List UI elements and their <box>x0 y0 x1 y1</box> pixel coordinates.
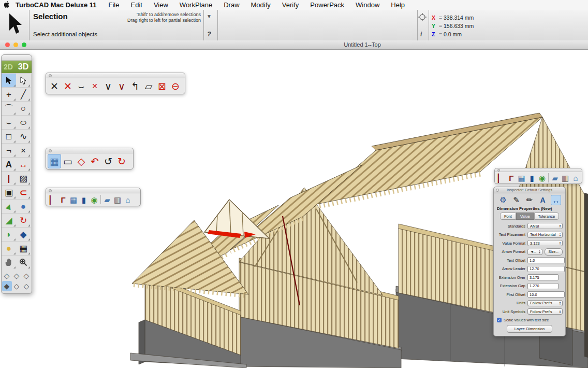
box-tools-tool[interactable]: ⊠ <box>155 79 169 93</box>
join-tool[interactable]: ∨ <box>101 79 115 93</box>
tool-3d-face[interactable]: ▲ <box>2 199 16 213</box>
arrow-leader-input[interactable] <box>527 266 565 272</box>
corner-wall-tool[interactable]: Γ <box>58 194 68 205</box>
tool-dimension[interactable]: ↔ <box>16 157 31 171</box>
tool-select[interactable] <box>2 73 16 87</box>
select-grid-tool[interactable]: ▦ <box>48 154 61 168</box>
toolbar-title-strip[interactable] <box>46 148 133 153</box>
menu-window[interactable]: Window <box>350 1 385 9</box>
tool-options-dropdown[interactable]: ▼ <box>207 13 212 19</box>
tool-select-alt[interactable] <box>16 73 31 87</box>
corner-wall-tool[interactable]: Γ <box>506 172 517 183</box>
rotate-arrows-tool[interactable]: ↶ <box>88 154 101 168</box>
wall-openings-tool[interactable]: ▥ <box>112 194 123 205</box>
tool-arc[interactable]: ⌒ <box>2 101 16 115</box>
text-style-icon[interactable]: A <box>538 195 548 205</box>
arrow-size-button[interactable]: Size... <box>545 248 563 256</box>
tool-rectangle[interactable]: □ <box>2 129 16 143</box>
value-format-select[interactable]: 3.123 ▲▼ <box>527 240 563 246</box>
close-icon[interactable] <box>49 189 52 192</box>
mode-3d-button[interactable]: 3D <box>15 62 32 72</box>
wall-openings-tool[interactable]: ▥ <box>560 172 570 183</box>
info-icon[interactable]: i <box>420 31 422 38</box>
select-rect-tool[interactable]: ▭ <box>61 154 75 168</box>
insert-symbol-tool[interactable]: ◉ <box>537 172 548 183</box>
tool-ellipse[interactable]: ○ <box>16 115 31 129</box>
tool-line[interactable]: ╱ <box>16 87 31 101</box>
tool-copy[interactable]: ▣ <box>2 185 16 199</box>
wall-tool[interactable]: ▏ <box>48 194 58 205</box>
trim-tool[interactable]: ✕ <box>48 79 61 93</box>
menu-modify[interactable]: Modify <box>245 1 276 9</box>
close-icon[interactable] <box>49 149 52 152</box>
circle-break-tool[interactable]: ⊖ <box>169 79 182 93</box>
tool-magnet[interactable]: ⊂ <box>16 185 31 199</box>
inspector-close-icon[interactable] <box>496 189 499 192</box>
tool-material[interactable]: ● <box>2 241 16 255</box>
tool-curve[interactable]: ⌣ <box>2 115 16 129</box>
break-tool[interactable]: ✕ <box>88 79 101 93</box>
tool-vertical-dimension[interactable]: | <box>2 171 16 185</box>
close-window-button[interactable] <box>5 43 10 47</box>
arrow-format-select[interactable]: ◄– ▲▼ <box>527 249 542 255</box>
view-cube-5[interactable]: ◇ <box>22 281 32 291</box>
move-path-tool[interactable]: ◇ <box>75 154 88 168</box>
rotate-circle-tool[interactable]: ↺ <box>101 154 115 168</box>
tool-zoom[interactable] <box>16 255 31 269</box>
toolbar-title-strip[interactable] <box>46 188 140 193</box>
close-icon[interactable] <box>49 74 52 77</box>
roof-tool[interactable]: ⌂ <box>123 194 133 205</box>
pen-style-icon[interactable]: ✎ <box>511 195 522 205</box>
brush-style-icon[interactable]: ✏ <box>524 195 535 205</box>
window-tool[interactable]: ▦ <box>517 172 527 183</box>
tool-hatch[interactable]: ▨ <box>16 171 31 185</box>
polygon-edit-tool[interactable]: ▱ <box>142 79 155 93</box>
menu-powerpack[interactable]: PowerPack <box>304 1 350 9</box>
tool-text[interactable]: A <box>2 157 16 171</box>
roof-slab-tool[interactable]: ▰ <box>550 172 560 183</box>
first-offset-input[interactable] <box>527 291 565 298</box>
menu-help[interactable]: Help <box>385 1 410 9</box>
view-cube-1[interactable]: ◇ <box>2 271 12 281</box>
tab-value[interactable]: Value <box>516 213 534 220</box>
tool-cross[interactable]: × <box>16 143 31 157</box>
text-offset-input[interactable] <box>527 257 565 263</box>
crosshair-icon[interactable] <box>418 13 427 21</box>
menu-edit[interactable]: Edit <box>125 1 148 9</box>
view-cube-2[interactable]: ◇ <box>12 271 22 281</box>
window-tool[interactable]: ▦ <box>68 194 79 205</box>
menu-view[interactable]: View <box>148 1 174 9</box>
door-tool[interactable]: ▮ <box>527 172 537 183</box>
wall-tool[interactable]: ▏ <box>496 172 506 183</box>
extension-gap-input[interactable] <box>527 283 558 289</box>
trim-both-tool[interactable]: ✕ <box>61 79 75 93</box>
tab-tolerance[interactable]: Tolerance <box>534 213 560 220</box>
roof-slab-tool[interactable]: ▰ <box>102 194 112 205</box>
menu-verify[interactable]: Verify <box>276 1 305 9</box>
unit-symbols-select[interactable]: Follow Pref's ▲▼ <box>527 308 563 315</box>
tool-render-options[interactable]: ▦ <box>16 241 31 255</box>
tool-revolve[interactable]: ↻ <box>16 213 31 227</box>
close-icon[interactable] <box>497 169 500 172</box>
join-mid-tool[interactable]: ∨ <box>115 79 128 93</box>
apple-menu[interactable] <box>0 1 13 9</box>
tool-point[interactable]: + <box>2 87 16 101</box>
fillet-curve-tool[interactable]: ⌣ <box>75 79 88 93</box>
zoom-window-button[interactable] <box>22 43 26 47</box>
tool-polyline[interactable]: ⌐ <box>2 143 16 157</box>
corner-fillet-tool[interactable]: ↰ <box>128 79 142 93</box>
rotate-selection-tool[interactable]: ↻ <box>115 154 128 168</box>
text-placement-select[interactable]: Text Horizontal ▲▼ <box>527 232 563 238</box>
menu-workplane[interactable]: WorkPlane <box>174 1 218 9</box>
tool-sweep[interactable]: ◗ <box>2 227 16 241</box>
properties-icon[interactable]: ⚙ <box>498 195 508 205</box>
tab-font[interactable]: Font <box>500 213 516 220</box>
tool-pan[interactable] <box>2 255 16 269</box>
extension-over-input[interactable] <box>527 274 558 280</box>
minimize-window-button[interactable] <box>13 43 18 47</box>
insert-symbol-tool[interactable]: ◉ <box>89 194 99 205</box>
menu-draw[interactable]: Draw <box>218 1 245 9</box>
checkbox-checked-icon[interactable]: ✓ <box>497 318 502 322</box>
help-button[interactable]: ? <box>207 30 211 38</box>
tool-spline[interactable]: ∿ <box>16 129 31 143</box>
